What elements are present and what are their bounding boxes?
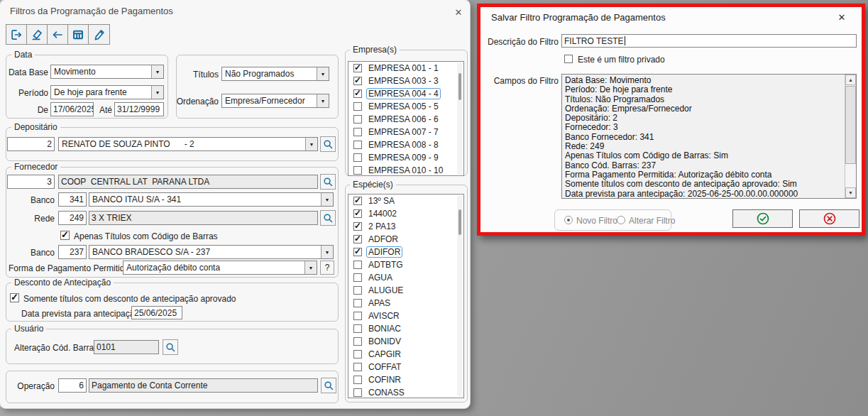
forma-pagamento-help-button[interactable]: ? — [320, 261, 334, 275]
list-item[interactable]: COFFAT — [348, 361, 463, 373]
list-item[interactable]: 13º SA — [348, 195, 463, 207]
exit-button[interactable] — [6, 25, 27, 44]
list-item[interactable]: EMPRESA 003 - 3 — [348, 75, 463, 87]
dropdown-arrow-icon[interactable] — [151, 65, 163, 78]
rede-search-button[interactable] — [320, 210, 336, 226]
data-base-select[interactable]: Movimento — [50, 65, 164, 79]
forma-pagamento-select[interactable]: Autorização débito conta — [123, 261, 317, 275]
alteracao-input[interactable]: 0101 — [94, 340, 159, 354]
grid-button[interactable] — [68, 25, 89, 44]
checkbox[interactable] — [353, 153, 362, 162]
list-item[interactable]: ALUGUE — [348, 284, 463, 297]
campos-memo[interactable]: Data Base: Movimento Período: De hoje pa… — [561, 74, 857, 199]
checkbox[interactable] — [353, 388, 362, 397]
list-item[interactable]: AGUA — [348, 271, 463, 284]
novo-filtro-radio[interactable] — [564, 216, 573, 224]
scroll-down-icon[interactable]: ▼ — [845, 187, 856, 198]
banco-fornecedor-select[interactable]: BANCO ITAU S/A - 341 — [89, 192, 334, 207]
checkbox[interactable] — [353, 248, 362, 256]
checkbox[interactable] — [353, 261, 362, 269]
privado-checkbox[interactable] — [564, 55, 573, 63]
checkbox[interactable] — [353, 141, 362, 149]
barras-checkbox[interactable] — [60, 231, 70, 240]
checkbox[interactable] — [353, 222, 362, 231]
back-button[interactable] — [48, 25, 68, 44]
checkbox[interactable] — [353, 363, 362, 371]
list-item[interactable]: COFINR — [348, 373, 463, 386]
rede-code-input[interactable]: 249 — [58, 211, 87, 225]
checkbox[interactable] — [353, 115, 362, 124]
list-item[interactable]: 2 PA13 — [348, 220, 463, 233]
memo-scrollbar[interactable]: ▲ ▼ — [845, 75, 856, 198]
checkbox[interactable] — [353, 299, 362, 307]
data-prevista-input[interactable]: 25/06/2025 — [131, 306, 182, 319]
list-item[interactable]: EMPRESA 009 - 9 — [348, 151, 463, 164]
checkbox[interactable] — [353, 128, 362, 136]
list-item[interactable]: EMPRESA 008 - 8 — [348, 138, 463, 151]
dropdown-arrow-icon[interactable] — [317, 67, 329, 80]
desconto-checkbox[interactable] — [10, 293, 19, 302]
titulos-select[interactable]: Não Programados — [221, 67, 329, 81]
banco-fornecedor-code-input[interactable]: 341 — [58, 192, 87, 207]
fornecedor-search-button[interactable] — [320, 174, 336, 190]
list-item[interactable]: 144002 — [348, 207, 463, 220]
banco-barras-code-input[interactable]: 237 — [58, 245, 87, 259]
checkbox[interactable] — [353, 166, 362, 175]
dropdown-arrow-icon[interactable] — [317, 94, 329, 107]
empresas-listbox[interactable]: EMPRESA 001 - 1EMPRESA 003 - 3EMPRESA 00… — [348, 61, 464, 176]
list-item[interactable]: EMPRESA 010 - 10 — [348, 164, 463, 176]
list-item[interactable]: ADFOR — [348, 233, 463, 246]
clear-button[interactable] — [27, 25, 48, 44]
memo-scrollbar-thumb[interactable] — [845, 86, 856, 164]
dropdown-arrow-icon[interactable] — [305, 138, 317, 150]
scroll-up-icon[interactable]: ▲ — [845, 75, 856, 85]
date-from-input[interactable]: 17/06/2025 — [50, 102, 94, 116]
empresas-scrollbar-thumb[interactable] — [458, 73, 461, 100]
list-item[interactable]: AVISCR — [348, 310, 463, 322]
list-item[interactable]: CAPGIR — [348, 348, 463, 361]
dropdown-arrow-icon[interactable] — [321, 246, 333, 258]
operacao-code-input[interactable]: 6 — [58, 378, 87, 393]
list-item[interactable]: EMPRESA 001 - 1 — [348, 62, 463, 75]
ok-button[interactable] — [732, 209, 793, 228]
checkbox[interactable] — [353, 324, 362, 333]
ordenacao-select[interactable]: Empresa/Fornecedor — [221, 94, 329, 108]
close-icon[interactable] — [835, 11, 848, 23]
descricao-input[interactable]: FILTRO TESTE — [561, 34, 857, 48]
checkbox[interactable] — [353, 235, 362, 243]
alterar-filtro-radio[interactable] — [617, 216, 625, 224]
fornecedor-code-input[interactable]: 3 — [7, 175, 55, 189]
dropdown-arrow-icon[interactable] — [321, 193, 333, 206]
list-item[interactable]: EMPRESA 004 - 4 — [348, 87, 463, 100]
dropdown-arrow-icon[interactable] — [304, 261, 317, 274]
list-item[interactable]: EMPRESA 006 - 6 — [348, 113, 463, 126]
checkbox[interactable] — [353, 77, 362, 85]
list-item[interactable]: EMPRESA 005 - 5 — [348, 100, 463, 113]
checkbox[interactable] — [353, 273, 362, 282]
checkbox[interactable] — [353, 89, 362, 98]
checkbox[interactable] — [353, 376, 362, 384]
list-item[interactable]: EMPRESA 007 - 7 — [348, 126, 463, 138]
dropdown-arrow-icon[interactable] — [151, 86, 163, 99]
operacao-search-button[interactable] — [321, 378, 336, 393]
especies-scrollbar-thumb[interactable] — [458, 209, 461, 235]
checkbox[interactable] — [353, 350, 362, 358]
checkbox[interactable] — [353, 197, 362, 205]
especies-listbox[interactable]: 13º SA1440022 PA13ADFORADIFORADTBTGAGUAA… — [348, 194, 464, 398]
checkbox[interactable] — [353, 337, 362, 346]
checkbox[interactable] — [353, 102, 362, 111]
checkbox[interactable] — [353, 286, 362, 295]
date-to-input[interactable]: 31/12/9999 — [114, 102, 164, 116]
checkbox[interactable] — [353, 209, 362, 218]
close-icon[interactable] — [452, 6, 465, 18]
alteracao-search-button[interactable] — [163, 339, 178, 355]
cancel-button[interactable] — [799, 209, 859, 228]
checkbox[interactable] — [353, 312, 362, 320]
depositario-code-input[interactable]: 2 — [7, 137, 55, 151]
banco-barras-select[interactable]: BANCO BRADESCO S/A - 237 — [89, 245, 334, 259]
checkbox[interactable] — [353, 64, 362, 72]
depositario-search-button[interactable] — [320, 136, 336, 152]
list-item[interactable]: CONASS — [348, 386, 463, 398]
depositario-select[interactable]: RENATO DE SOUZA PINTO - 2 — [58, 137, 318, 151]
list-item[interactable]: BONIAC — [348, 322, 463, 335]
